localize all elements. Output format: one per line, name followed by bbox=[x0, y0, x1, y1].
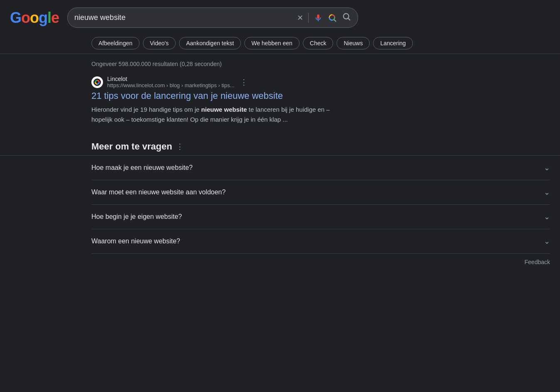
filter-tab-videos[interactable]: Video's bbox=[143, 37, 176, 49]
search-bar-icons: ✕ bbox=[297, 12, 351, 23]
paa-question-2: Hoe begin je je eigen website? bbox=[91, 213, 182, 220]
result-more-options[interactable]: ⋮ bbox=[240, 78, 248, 87]
results-count: Ongeveer 598.000.000 resultaten (0,28 se… bbox=[91, 61, 347, 67]
chevron-down-icon-1: ⌄ bbox=[544, 188, 550, 197]
clear-icon[interactable]: ✕ bbox=[297, 13, 303, 22]
filter-tabs: Afbeeldingen Video's Aankondigen tekst W… bbox=[0, 33, 560, 54]
filter-tab-lancering[interactable]: Lancering bbox=[373, 37, 413, 49]
filter-tab-check[interactable]: Check bbox=[303, 37, 334, 49]
paa-more-icon[interactable]: ⋮ bbox=[176, 142, 184, 151]
search-bar: ✕ bbox=[67, 7, 358, 28]
chevron-down-icon-2: ⌄ bbox=[544, 212, 550, 221]
paa-question-0: Hoe maak je een nieuwe website? bbox=[91, 164, 193, 172]
result-title[interactable]: 21 tips voor de lancering van je nieuwe … bbox=[91, 90, 347, 102]
paa-header: Meer om te vragen ⋮ bbox=[0, 141, 560, 152]
mic-icon[interactable] bbox=[314, 13, 323, 22]
result-snippet: Hieronder vind je 19 handige tips om je … bbox=[91, 105, 347, 125]
paa-item-1[interactable]: Waar moet een nieuwe website aan voldoen… bbox=[91, 180, 550, 205]
chevron-down-icon-3: ⌄ bbox=[544, 237, 550, 246]
google-logo: Google bbox=[10, 9, 59, 27]
paa-question-1: Waar moet een nieuwe website aan voldoen… bbox=[91, 189, 226, 196]
lens-icon[interactable] bbox=[328, 13, 337, 22]
result-item: Lincelot https://www.lincelot.com › blog… bbox=[91, 76, 347, 125]
paa-question-3: Waarom een nieuwe website? bbox=[91, 238, 180, 245]
svg-line-3 bbox=[348, 18, 350, 20]
filter-tab-nieuws[interactable]: Nieuws bbox=[336, 37, 370, 49]
favicon-inner bbox=[93, 78, 101, 86]
site-url: https://www.lincelot.com › blog › market… bbox=[107, 82, 234, 88]
site-info: Lincelot https://www.lincelot.com › blog… bbox=[107, 76, 234, 88]
paa-item-2[interactable]: Hoe begin je je eigen website? ⌄ bbox=[91, 205, 550, 229]
results-area: Ongeveer 598.000.000 resultaten (0,28 se… bbox=[0, 54, 357, 141]
site-favicon bbox=[91, 76, 103, 88]
divider bbox=[308, 13, 309, 23]
search-button[interactable] bbox=[342, 12, 351, 23]
feedback-link[interactable]: Feedback bbox=[525, 259, 550, 265]
chevron-down-icon-0: ⌄ bbox=[544, 163, 550, 172]
filter-tab-aankondigen[interactable]: Aankondigen tekst bbox=[179, 37, 241, 49]
feedback-row: Feedback bbox=[0, 254, 560, 270]
result-title-link[interactable]: 21 tips voor de lancering van je nieuwe … bbox=[91, 91, 283, 101]
paa-item-0[interactable]: Hoe maak je een nieuwe website? ⌄ bbox=[91, 156, 550, 180]
header: Google ✕ bbox=[0, 0, 560, 33]
paa-section: Meer om te vragen ⋮ Hoe maak je een nieu… bbox=[0, 141, 560, 254]
paa-list: Hoe maak je een nieuwe website? ⌄ Waar m… bbox=[0, 155, 560, 254]
result-site-row: Lincelot https://www.lincelot.com › blog… bbox=[91, 76, 347, 88]
search-input[interactable] bbox=[74, 13, 293, 22]
filter-tab-afbeeldingen[interactable]: Afbeeldingen bbox=[91, 37, 140, 49]
site-name: Lincelot bbox=[107, 76, 234, 82]
paa-title: Meer om te vragen bbox=[91, 141, 172, 152]
search-bar-wrapper: ✕ bbox=[67, 7, 358, 28]
paa-item-3[interactable]: Waarom een nieuwe website? ⌄ bbox=[91, 229, 550, 254]
filter-tab-we-hebben[interactable]: We hebben een bbox=[244, 37, 300, 49]
